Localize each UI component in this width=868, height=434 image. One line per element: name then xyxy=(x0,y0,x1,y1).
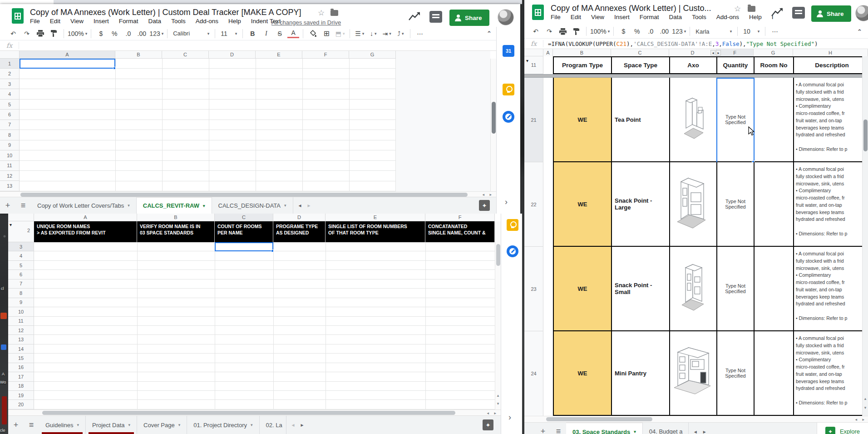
increase-decimal-button[interactable]: .00 xyxy=(136,28,148,39)
description-cell[interactable]: • A communal focal poi fully stocked wit… xyxy=(794,331,868,415)
scrollbar-thumb[interactable] xyxy=(492,102,496,134)
formula-input[interactable]: =IFNA(VLOOKUP(UPPER(C21),'CALCS_DESIGN-D… xyxy=(543,40,818,47)
horizontal-align-button[interactable]: ☰▾ xyxy=(354,28,365,39)
print-button[interactable] xyxy=(35,28,46,39)
format-currency-button[interactable]: $ xyxy=(95,28,107,39)
scroll-left-button[interactable]: ◂ xyxy=(487,411,489,415)
column-header[interactable]: C xyxy=(611,49,669,56)
row-header-11[interactable]: 11 xyxy=(524,56,543,74)
menu-item[interactable]: Help xyxy=(749,14,762,20)
column-header[interactable]: A xyxy=(543,49,553,56)
cells[interactable] xyxy=(34,242,495,409)
collapse-toolbar-button[interactable]: ⌃ xyxy=(857,28,862,35)
scroll-down-button[interactable]: ▾ xyxy=(863,405,868,410)
selected-cell-C3[interactable] xyxy=(215,242,273,251)
sheet-tab[interactable]: Copy of Work Letter Covers/Tabs▾ xyxy=(31,197,137,214)
increase-decimal-button[interactable]: .00 xyxy=(658,26,670,37)
add-sheet-button[interactable]: + xyxy=(535,423,551,434)
program-type-cell[interactable]: WE xyxy=(554,247,612,330)
row-header[interactable]: 3 xyxy=(0,79,19,89)
selected-cell-F21[interactable] xyxy=(716,78,755,163)
column-header[interactable]: D xyxy=(209,51,256,58)
tasks-icon[interactable] xyxy=(503,111,514,123)
standards-row-24[interactable]: WE Mini Pantry xyxy=(553,331,868,416)
more-formats-button[interactable]: 123▾ xyxy=(149,28,163,39)
paint-format-button[interactable] xyxy=(48,28,60,39)
row-header[interactable]: 14 xyxy=(8,344,34,354)
row-header[interactable]: 8 xyxy=(8,289,34,298)
row-header[interactable]: 2 xyxy=(0,69,19,79)
row-header[interactable]: 13 xyxy=(0,181,19,191)
space-type-cell[interactable]: Snack Point - Large xyxy=(612,162,670,246)
strikethrough-button[interactable]: S xyxy=(274,28,286,39)
row-header[interactable]: 10 xyxy=(8,307,34,316)
scrollbar-thumb[interactable] xyxy=(546,417,652,421)
header-cell[interactable]: VERIFY ROOM NAME IS IN 03 SPACE STANDARD… xyxy=(137,221,215,242)
save-status-link[interactable]: All changes saved in Drive xyxy=(271,19,341,26)
all-sheets-button[interactable]: ≡ xyxy=(15,197,31,214)
row-header-21[interactable]: 21 xyxy=(524,78,543,162)
column-header[interactable]: B xyxy=(115,51,162,58)
tab-scroll-left[interactable]: ◂ xyxy=(299,202,301,209)
menu-item[interactable]: File xyxy=(30,18,40,25)
header-cell[interactable]: Axo xyxy=(670,57,717,73)
hidden-column-expander[interactable]: ◂ ▸ xyxy=(710,50,721,55)
quantity-cell[interactable]: Type Not Specified xyxy=(717,162,755,246)
row-header-23[interactable]: 23 xyxy=(524,247,543,331)
space-type-cell[interactable]: Tea Point xyxy=(612,78,670,161)
hidden-rows-band[interactable] xyxy=(524,74,868,78)
space-type-cell[interactable]: Mini Pantry xyxy=(612,331,670,415)
row-header[interactable]: 8 xyxy=(0,130,19,140)
column-header[interactable]: E xyxy=(326,214,425,221)
header-cell[interactable]: Description xyxy=(794,57,868,73)
star-icon[interactable]: ☆ xyxy=(318,8,325,18)
header-cell[interactable]: SINGLE LIST OF ROOM NUMBERS OF THAT ROOM… xyxy=(326,221,425,242)
undo-button[interactable]: ↶ xyxy=(7,28,19,39)
doc-title[interactable]: Copy of MA Annexes (Work Letter) | Custo… xyxy=(30,8,301,17)
column-header[interactable]: B xyxy=(553,49,611,56)
description-cell[interactable]: • A communal focal poi fully stocked wit… xyxy=(794,247,868,330)
comments-icon[interactable] xyxy=(792,7,805,19)
standards-header-row[interactable]: Program Type Space Type Axo Quantity Roo… xyxy=(553,56,868,74)
sheet-tab[interactable]: Project Data▾ xyxy=(86,416,137,434)
tab-scroll-left[interactable]: ◂ xyxy=(694,429,697,434)
axo-cell[interactable] xyxy=(670,247,717,330)
menu-item[interactable]: Help xyxy=(228,18,241,25)
font-family-select[interactable]: Calibri▾ xyxy=(171,28,211,39)
explore-icon[interactable]: ✦ xyxy=(483,419,493,430)
menu-item[interactable]: Tools xyxy=(171,18,186,25)
header-cell[interactable]: Program Type xyxy=(554,57,612,73)
fill-color-button[interactable] xyxy=(307,28,319,39)
select-all-corner[interactable] xyxy=(8,214,34,221)
formula-bar[interactable]: fx xyxy=(0,40,496,51)
explore-icon[interactable]: ✦ xyxy=(479,200,490,211)
row-header[interactable]: 19 xyxy=(8,391,34,400)
scroll-down-button[interactable]: ▾ xyxy=(495,401,501,406)
font-family-select[interactable]: Karla▾ xyxy=(694,26,734,37)
row-header[interactable]: 15 xyxy=(8,354,34,363)
row-header[interactable]: 16 xyxy=(8,363,34,372)
vertical-scrollbar[interactable]: ▴ ▾ xyxy=(862,56,868,416)
hide-side-panel-chevron[interactable]: › xyxy=(505,197,508,207)
program-type-cell[interactable]: WE xyxy=(554,78,612,161)
keep-icon[interactable] xyxy=(503,84,514,95)
row-header[interactable]: 7 xyxy=(0,120,19,130)
column-header[interactable]: A xyxy=(34,214,137,221)
row-header[interactable]: 12 xyxy=(8,326,34,335)
doc-title[interactable]: Copy of MA Annexes (Work Letter) | Custo… xyxy=(551,4,711,13)
share-button[interactable]: Share xyxy=(811,5,851,22)
scroll-left-button[interactable]: ◂ xyxy=(482,192,484,197)
cells[interactable] xyxy=(20,59,396,191)
column-header[interactable]: C xyxy=(162,51,209,58)
space-type-cell[interactable]: Snack Point - Small xyxy=(612,247,670,330)
select-all-corner[interactable] xyxy=(0,51,20,59)
comments-icon[interactable] xyxy=(429,11,442,23)
row-header[interactable]: 4 xyxy=(0,89,19,99)
room-no-cell[interactable] xyxy=(755,162,794,246)
expand-right-icon[interactable]: ▸ xyxy=(716,50,721,55)
move-folder-icon[interactable] xyxy=(748,6,755,12)
row-header-2[interactable]: ▾ 2 xyxy=(8,221,34,242)
scrollbar-thumb[interactable] xyxy=(42,411,455,415)
description-cell[interactable]: • A communal focal poi fully stocked wit… xyxy=(794,162,868,246)
decrease-decimal-button[interactable]: .0 xyxy=(645,26,656,37)
